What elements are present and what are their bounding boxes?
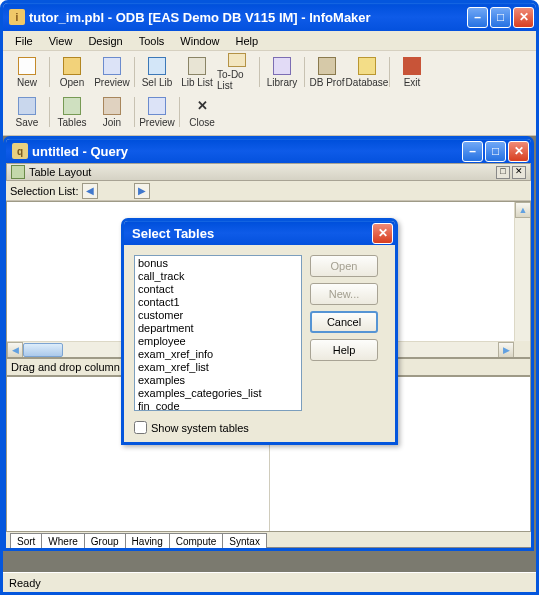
tabs-row: Sort Where Group Having Compute Syntax [6,532,531,548]
tab-group[interactable]: Group [84,533,126,548]
tool-preview2[interactable]: Preview [137,93,177,131]
tab-where[interactable]: Where [41,533,84,548]
panel-header: Table Layout □ ✕ [6,163,531,181]
tool-dbprof[interactable]: DB Prof [307,53,347,91]
library-icon [273,57,291,75]
show-system-tables-label: Show system tables [151,422,249,434]
tool-library[interactable]: Library [262,53,302,91]
status-bar: Ready [3,572,536,592]
dialog-titlebar[interactable]: Select Tables ✕ [124,221,395,245]
panel-maximize-button[interactable]: □ [496,166,510,179]
menu-window[interactable]: Window [172,33,227,49]
tool-tables[interactable]: Tables [52,93,92,131]
dialog-open-button[interactable]: Open [310,255,378,277]
scroll-left-button[interactable]: ◀ [7,342,23,358]
open-icon [63,57,81,75]
show-system-tables-checkbox[interactable] [134,421,147,434]
list-item[interactable]: employee [136,335,300,348]
menu-file[interactable]: File [7,33,41,49]
tool-database[interactable]: Database [347,53,387,91]
list-item[interactable]: exam_xref_info [136,348,300,361]
todo-icon [228,53,246,67]
menu-help[interactable]: Help [227,33,266,49]
dialog-title: Select Tables [132,226,372,241]
selection-list-row: Selection List: ◀ ▶ [6,181,531,201]
dialog-close-button[interactable]: ✕ [372,223,393,244]
panel-close-button[interactable]: ✕ [512,166,526,179]
tool-exit[interactable]: Exit [392,53,432,91]
status-text: Ready [9,577,41,589]
child-close-button[interactable]: ✕ [508,141,529,162]
list-item[interactable]: contact1 [136,296,300,309]
list-item[interactable]: department [136,322,300,335]
exit-icon [403,57,421,75]
tool-open[interactable]: Open [52,53,92,91]
dialog-cancel-button[interactable]: Cancel [310,311,378,333]
selection-prev-button[interactable]: ◀ [82,183,98,199]
table-layout-icon [11,165,25,179]
preview-icon [103,57,121,75]
tool-preview[interactable]: Preview [92,53,132,91]
toolbar: New Open Preview Sel Lib Lib List To-Do … [3,51,536,136]
scroll-thumb[interactable] [23,343,63,357]
dialog-new-button[interactable]: New... [310,283,378,305]
list-item[interactable]: examples_categories_list [136,387,300,400]
child-minimize-button[interactable]: – [462,141,483,162]
selection-next-button[interactable]: ▶ [134,183,150,199]
list-item[interactable]: call_track [136,270,300,283]
dbprof-icon [318,57,336,75]
app-icon: i [9,9,25,25]
list-item[interactable]: examples [136,374,300,387]
query-titlebar[interactable]: q untitled - Query – □ ✕ [6,139,531,163]
dialog-help-button[interactable]: Help [310,339,378,361]
drag-hint-text: Drag and drop column [11,361,120,373]
tables-icon [63,97,81,115]
menu-design[interactable]: Design [80,33,130,49]
close-button[interactable]: ✕ [513,7,534,28]
minimize-button[interactable]: – [467,7,488,28]
tables-listbox[interactable]: bonus call_track contact contact1 custom… [134,255,302,411]
list-item[interactable]: bonus [136,257,300,270]
select-tables-dialog: Select Tables ✕ bonus call_track contact… [121,218,398,445]
scroll-up-button[interactable]: ▲ [515,202,531,218]
selection-list-label: Selection List: [10,185,78,197]
scroll-right-button[interactable]: ▶ [498,342,514,358]
save-icon [18,97,36,115]
database-icon [358,57,376,75]
panel-header-label: Table Layout [29,166,496,178]
query-icon: q [12,143,28,159]
list-item[interactable]: exam_xref_list [136,361,300,374]
scroll-corner [514,341,530,357]
close-icon: ✕ [193,97,211,115]
tab-having[interactable]: Having [125,533,170,548]
tab-sort[interactable]: Sort [10,533,42,548]
join-icon [103,97,121,115]
tool-close[interactable]: ✕Close [182,93,222,131]
child-maximize-button[interactable]: □ [485,141,506,162]
tool-todo[interactable]: To-Do List [217,53,257,91]
query-title: untitled - Query [32,144,462,159]
preview2-icon [148,97,166,115]
vertical-scrollbar[interactable]: ▲ [514,202,530,341]
liblist-icon [188,57,206,75]
tool-save[interactable]: Save [7,93,47,131]
menu-view[interactable]: View [41,33,81,49]
list-item[interactable]: customer [136,309,300,322]
main-title: tutor_im.pbl - ODB [EAS Demo DB V115 IM]… [29,10,467,25]
menu-bar: File View Design Tools Window Help [3,31,536,51]
tool-new[interactable]: New [7,53,47,91]
tool-liblist[interactable]: Lib List [177,53,217,91]
new-icon [18,57,36,75]
sellib-icon [148,57,166,75]
tab-compute[interactable]: Compute [169,533,224,548]
maximize-button[interactable]: □ [490,7,511,28]
list-item[interactable]: fin_code [136,400,300,411]
tool-join[interactable]: Join [92,93,132,131]
list-item[interactable]: contact [136,283,300,296]
main-titlebar[interactable]: i tutor_im.pbl - ODB [EAS Demo DB V115 I… [3,3,536,31]
tab-syntax[interactable]: Syntax [222,533,267,548]
menu-tools[interactable]: Tools [131,33,173,49]
tool-sellib[interactable]: Sel Lib [137,53,177,91]
